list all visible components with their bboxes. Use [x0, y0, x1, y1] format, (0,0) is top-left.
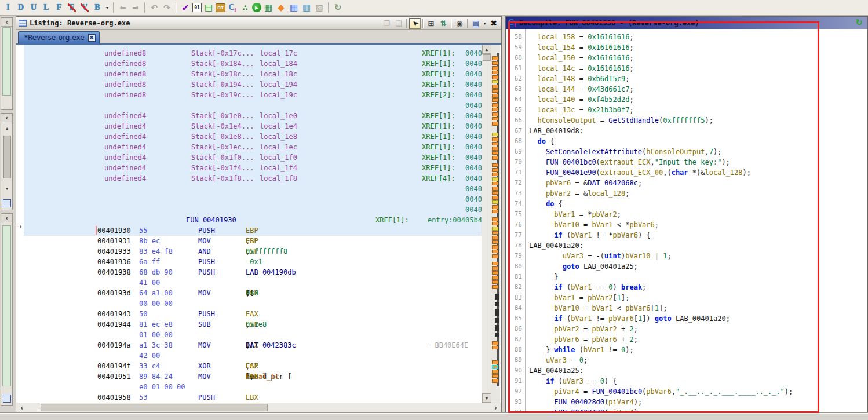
overview-mark[interactable]	[492, 151, 498, 155]
overview-mark[interactable]	[492, 163, 498, 167]
overview-mark[interactable]	[495, 318, 499, 323]
overview-mark[interactable]	[492, 346, 498, 349]
overview-mark[interactable]	[492, 280, 498, 284]
overview-mark[interactable]	[492, 66, 498, 70]
code-line[interactable]: 77 if (bVar1 != *pbVar6) {	[506, 230, 867, 240]
document-icon[interactable]	[3, 395, 11, 403]
overview-mark[interactable]	[492, 217, 498, 221]
scroll-thumb[interactable]	[483, 54, 491, 61]
code-line[interactable]: 85 if (bVar1 != pbVar6[1]) goto LAB_0040…	[506, 313, 867, 324]
byte-l-button[interactable]: L	[41, 2, 52, 14]
overview-mark[interactable]	[492, 266, 498, 271]
instruction-row[interactable]: 0040193055PUSHEBP	[16, 225, 482, 236]
overview-mark[interactable]	[492, 61, 498, 65]
overview-mark[interactable]	[492, 56, 498, 60]
overview-mark[interactable]	[492, 103, 498, 107]
memory-map-icon[interactable]: ▦	[262, 2, 274, 14]
edit-fields-icon[interactable]: ⊞	[425, 18, 437, 29]
overview-mark[interactable]	[492, 168, 498, 172]
overview-mark[interactable]	[492, 117, 498, 120]
code-line[interactable]: 59 local_154 = 0x16161616;	[506, 42, 867, 53]
symbol-diamond-icon[interactable]: ◆	[275, 2, 287, 14]
code-line[interactable]: 58 local_158 = 0x16161616;	[506, 32, 867, 42]
overview-mark[interactable]	[492, 182, 498, 185]
overview-mark[interactable]	[492, 240, 498, 244]
scroll-down-icon[interactable]: ▼	[482, 393, 491, 403]
code-line[interactable]: 68 do {	[506, 136, 867, 147]
expand-panel-icon[interactable]: ‹	[1, 18, 12, 27]
instruction-row[interactable]: 0040194aa1 3c 38MOVEAX,[DAT_0042383c]= B…	[16, 340, 482, 350]
listing-row[interactable]: 0040	[16, 100, 482, 111]
instruction-row[interactable]: 0040195189 84 24MOVdword ptr [local_1c +…	[16, 371, 482, 382]
function-header-row[interactable]: FUN_00401930XREF[1]:entry:00405b4	[16, 215, 482, 225]
overview-mark[interactable]	[495, 333, 499, 337]
code-line[interactable]: 89 uVar3 = 0;	[506, 355, 867, 366]
listing-row[interactable]: 42 00	[16, 350, 482, 361]
listing-format-icon[interactable]: ▤	[470, 18, 482, 29]
code-line[interactable]: 93 FUN_004028d0(piVar4);	[506, 397, 867, 407]
overview-mark[interactable]	[492, 365, 498, 369]
expand-panel-icon[interactable]: ‹	[1, 114, 12, 122]
table-export-icon[interactable]: ▥	[301, 2, 312, 14]
tab-close-icon[interactable]: ✖	[88, 34, 96, 42]
overview-mark[interactable]	[492, 200, 498, 204]
overview-mark[interactable]	[492, 75, 498, 79]
overview-mark[interactable]	[492, 360, 498, 364]
memory-bytes-icon[interactable]: 01	[192, 3, 202, 12]
script-manager-icon[interactable]: ▤	[203, 2, 214, 14]
sync-icon[interactable]: ↻	[332, 2, 344, 14]
defined-data-table-icon[interactable]: ▦	[288, 2, 300, 14]
decompiler-icon[interactable]: Cf	[227, 2, 238, 14]
overview-mark[interactable]	[492, 285, 498, 289]
instruction-row[interactable]: 004019318b ecMOVEBP,ESP	[16, 236, 482, 246]
overview-mark[interactable]	[492, 379, 498, 383]
code-line[interactable]: 84 bVar10 = bVar1 < pbVar6[1];	[506, 303, 867, 313]
overview-mark[interactable]	[492, 210, 498, 213]
overview-mark[interactable]	[492, 205, 498, 209]
overview-mark[interactable]	[492, 108, 498, 111]
mini-scroll-up-icon[interactable]: ▲	[3, 126, 11, 131]
code-line[interactable]: 70 FUN_00401bc0(extraout_ECX,"Input the …	[506, 157, 867, 167]
variable-row[interactable]: undefined4Stack[-0x1e0...local_1e0XREF[1…	[16, 111, 482, 121]
mini-scroll-down-icon[interactable]: ▼	[3, 187, 11, 191]
listing-row[interactable]: 00 00 00	[16, 298, 482, 309]
variable-row[interactable]: undefined4Stack[-0x1e4...local_1e4XREF[1…	[16, 121, 482, 132]
variable-row[interactable]: undefined8Stack[-0x194...local_194XREF[1…	[16, 79, 482, 90]
instruction-row[interactable]: 004019366a ffPUSH-0x1	[16, 257, 482, 267]
overview-mark[interactable]	[492, 89, 498, 93]
clear-f-button[interactable]: F	[66, 2, 78, 14]
byte-i-button[interactable]: I	[2, 2, 14, 14]
overview-mark[interactable]	[492, 227, 498, 231]
byte-b-button[interactable]: B	[92, 2, 103, 14]
run-script-icon[interactable]: ▶	[252, 3, 261, 12]
code-line[interactable]: 64 local_140 = 0xf4b52d2d;	[506, 94, 867, 105]
overview-mark[interactable]	[492, 245, 498, 249]
overview-mark[interactable]	[492, 254, 498, 258]
listing-row[interactable]: 01 00 00	[16, 330, 482, 340]
call-tree-icon[interactable]: ∴	[239, 2, 251, 14]
overview-mark[interactable]	[495, 302, 499, 306]
instruction-row[interactable]: 0040194350PUSHEAX	[16, 309, 482, 319]
instruction-row[interactable]: 0040194f33 c4XOREAX,ESP	[16, 361, 482, 371]
overview-mark[interactable]	[492, 133, 498, 136]
variable-row[interactable]: undefined4Stack[-0x1ec...local_1ecXREF[1…	[16, 142, 482, 152]
code-line[interactable]: 72 pbVar6 = &DAT_0042068c;	[506, 178, 867, 188]
overview-mark[interactable]	[492, 196, 498, 200]
overview-mark[interactable]	[492, 177, 498, 181]
code-line[interactable]: 91 if (uVar3 == 0) {	[506, 376, 867, 386]
instruction-row[interactable]: 0040193d64 a1 00MOVEAX,FS:[0x0]	[16, 288, 482, 298]
overview-mark[interactable]	[492, 173, 498, 176]
overview-mark[interactable]	[495, 309, 499, 316]
code-line[interactable]: 90LAB_00401a25:	[506, 366, 867, 376]
overview-mark[interactable]	[492, 271, 498, 275]
scroll-left-icon[interactable]: ‹	[17, 404, 26, 412]
variable-row[interactable]: undefined4Stack[-0x1e8...local_1e8XREF[1…	[16, 132, 482, 142]
tab-reverse-org-exe[interactable]: *Reverse-org.exe ✖	[18, 31, 100, 43]
byte-f-button[interactable]: F	[53, 2, 65, 14]
overview-mark[interactable]	[492, 142, 498, 145]
refresh-icon[interactable]: ↻	[855, 17, 863, 28]
code-line[interactable]: 78LAB_00401a20:	[506, 240, 867, 251]
expand-panel-icon[interactable]: ‹	[1, 214, 12, 222]
code-line[interactable]: 61 local_14c = 0x16161616;	[506, 63, 867, 74]
code-line[interactable]: 83 bVar1 = pbVar2[1];	[506, 293, 867, 303]
